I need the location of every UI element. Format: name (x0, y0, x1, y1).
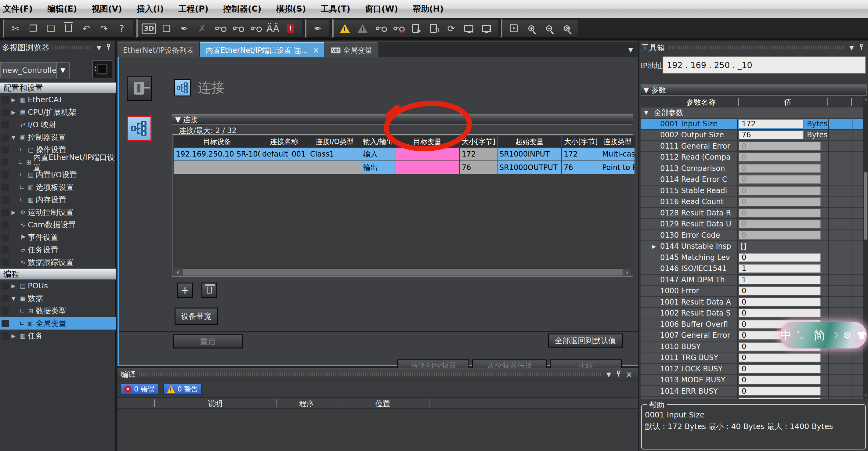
param-row[interactable]: 1011 TRG BUSY (641, 352, 866, 364)
debug-run-icon[interactable]: ✒ (309, 21, 327, 36)
moon-icon[interactable]: ☽ (830, 330, 838, 341)
check-program-icon[interactable] (211, 21, 228, 36)
monitor-icon[interactable] (371, 21, 389, 36)
undo-icon[interactable]: ↶ (78, 21, 95, 36)
connection-section-header[interactable]: ▼ 连接 (172, 115, 633, 125)
check-all-programs-icon[interactable] (228, 21, 246, 36)
param-value-input[interactable] (739, 353, 821, 362)
search-icon[interactable]: ÄÄ (264, 21, 282, 36)
cell-r0-c5[interactable]: 172 (460, 147, 497, 161)
param-row[interactable]: 0002 Output SizeBytes (641, 130, 866, 141)
ime-punctuation-icon[interactable]: ’。 (797, 329, 809, 342)
menu-item-5[interactable]: 控制器(C) (216, 0, 269, 18)
scrollbar-thumb[interactable] (183, 269, 623, 276)
device-view-button[interactable] (127, 76, 152, 101)
menu-item-7[interactable]: 工具(T) (313, 0, 358, 18)
build-tool-icon[interactable]: ✒ (176, 21, 193, 36)
cell-r0-c8[interactable]: Multi-cas (600, 147, 635, 161)
paste-icon[interactable]: ❏ (42, 21, 60, 36)
vertical-scrollbar[interactable]: ∧ ∨ (863, 96, 868, 399)
menu-item-1[interactable]: 编辑(E) (40, 0, 84, 18)
sidebar-item-任务[interactable]: ▶▦任务 (0, 329, 116, 342)
col-header-6[interactable]: 起始变量 (497, 136, 562, 147)
restart-button[interactable]: 重启 (173, 334, 243, 349)
sidebar-item-内存设置[interactable]: ∟▦内存设置 (0, 193, 116, 206)
sidebar-item-控制器设置[interactable]: ▼▣控制器设置 (0, 131, 116, 143)
zoom-in-icon[interactable]: + (523, 21, 540, 36)
go-offline-icon[interactable]: ! (354, 21, 371, 36)
menu-item-8[interactable]: 窗口(W) (358, 0, 405, 18)
param-value-input[interactable] (739, 264, 821, 273)
fit-screen-icon[interactable] (505, 21, 523, 36)
param-value-input[interactable] (739, 197, 821, 206)
param-value-input[interactable] (739, 298, 821, 307)
ime-simplified[interactable]: 简 (814, 327, 825, 343)
param-value-input[interactable] (739, 209, 821, 217)
scroll-left-icon[interactable]: ‹ (174, 268, 182, 276)
cell-r0-c3[interactable]: 输入 (361, 147, 395, 161)
sidebar-item-任务设置[interactable]: ▱任务设置 (0, 244, 116, 256)
copy-icon[interactable]: ❐ (24, 21, 42, 36)
sidebar-item-内置EtherNet/IP端口设置[interactable]: ∟⊞内置EtherNet/IP端口设置 (0, 156, 116, 168)
delete-icon[interactable] (60, 21, 78, 36)
controller-selector[interactable]: new_Controller_0 ▼ (0, 62, 70, 78)
expand-arrow-icon[interactable]: ▶ (9, 109, 18, 115)
collapse-arrow-icon[interactable]: ▼ (644, 110, 648, 116)
cell-r1-c4[interactable] (395, 161, 460, 174)
synchronize-icon[interactable]: ⟳ (442, 21, 460, 36)
col-header-7[interactable]: 大小[字节] (562, 136, 600, 147)
sidebar-section-1[interactable]: 编程 (0, 268, 116, 280)
param-group-row[interactable]: ▼全部参数 (641, 107, 866, 119)
cell-r1-c7[interactable]: 76 (562, 161, 600, 174)
tab-close-icon[interactable]: × (313, 46, 319, 55)
sidebar-item-事件设置[interactable]: ⚑事件设置 (0, 231, 116, 244)
param-row[interactable]: 0116 Read Count (641, 196, 866, 208)
param-row[interactable]: 0146 ISO/IEC1541 (641, 263, 866, 275)
param-value-input[interactable] (739, 276, 821, 284)
tab-list-dropdown-icon[interactable]: ▼ (628, 46, 633, 54)
zoom-100-icon[interactable]: 100 (558, 21, 576, 36)
col-header-3[interactable]: 输入/输出 (361, 136, 395, 147)
io-wave-icon[interactable] (246, 21, 264, 36)
cell-r0-c4[interactable] (395, 147, 460, 161)
copy-doc-icon[interactable]: ❐ (425, 21, 442, 36)
scroll-down-icon[interactable]: ∨ (863, 391, 868, 399)
param-row[interactable]: 0001 Input SizeBytes (641, 119, 866, 130)
col-header-0[interactable]: 目标设备 (174, 136, 260, 147)
rebuild-icon[interactable]: ✗ (193, 21, 211, 36)
cell-r0-c0[interactable]: 192.169.250.10 SR-1000 Se (174, 147, 260, 161)
sidebar-section-0[interactable]: 配置和设置 (0, 83, 116, 93)
chevron-down-icon[interactable]: ▼ (849, 44, 854, 51)
param-value-input[interactable] (739, 365, 821, 373)
pin-icon[interactable] (106, 44, 111, 52)
cut-icon[interactable]: ✂ (7, 21, 24, 36)
cell-r1-c3[interactable]: 输出 (361, 161, 395, 174)
param-value-input[interactable] (739, 131, 804, 139)
add-connection-button[interactable]: + (177, 283, 193, 298)
expand-arrow-icon[interactable]: ▼ (9, 134, 18, 140)
param-value-input[interactable] (739, 187, 821, 195)
sidebar-item-EtherCAT[interactable]: ▶▦EtherCAT (0, 93, 116, 106)
sidebar-item-Cam数据设置[interactable]: ∿Cam数据设置 (0, 219, 116, 231)
param-row[interactable]: 1014 ERR BUSY (641, 386, 866, 397)
param-value-input[interactable] (739, 253, 821, 262)
scroll-right-icon[interactable]: › (623, 268, 631, 276)
param-value-input[interactable] (739, 142, 821, 151)
chevron-down-icon[interactable]: ▼ (97, 44, 101, 51)
sidebar-item-CPU/扩展机架[interactable]: ▶▤CPU/扩展机架 (0, 106, 116, 119)
sidebar-item-运动控制设置[interactable]: ▶⚙运动控制设置 (0, 206, 116, 219)
param-row[interactable]: 0112 Read (Compa (641, 152, 866, 163)
sidebar-item-内置I/O设置[interactable]: ∟▤内置I/O设置 (0, 168, 116, 181)
error-count-badge[interactable]: ✕ 0 错误 (121, 384, 158, 394)
close-icon[interactable]: × (626, 370, 632, 379)
cell-r1-c1[interactable] (260, 161, 308, 174)
sidebar-item-数据跟踪设置[interactable]: ∿数据跟踪设置 (0, 256, 116, 268)
scrollbar-thumb[interactable] (864, 172, 867, 239)
param-value-input[interactable] (739, 220, 821, 228)
upload-from-controller-icon[interactable]: ↑ (478, 21, 495, 36)
sidebar-item-全局变量[interactable]: ∟▥全局变量 (0, 317, 116, 329)
delete-connection-button[interactable] (202, 283, 217, 298)
shirt-icon[interactable] (857, 330, 867, 340)
param-value-input[interactable] (739, 120, 804, 128)
run-doc-icon[interactable]: ▶ (407, 21, 425, 36)
